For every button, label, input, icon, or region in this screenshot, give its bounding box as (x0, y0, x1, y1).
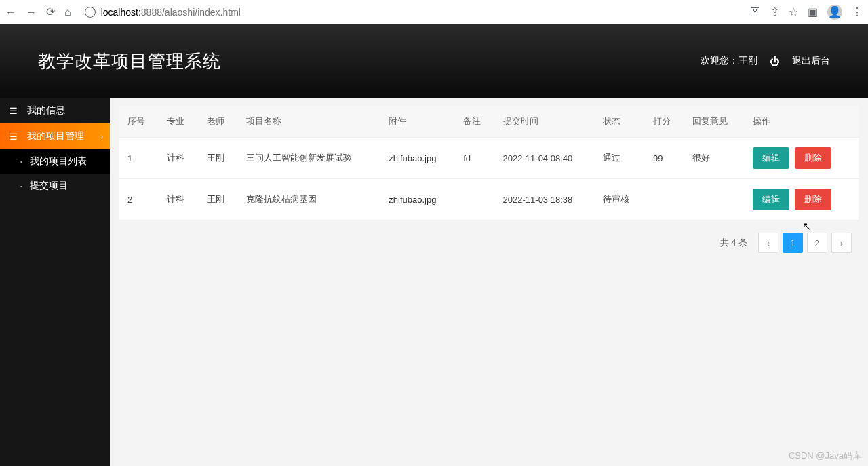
edit-button[interactable]: 编辑 (753, 189, 789, 210)
hamburger-icon (9, 105, 19, 116)
data-table: 序号 专业 老师 项目名称 附件 备注 提交时间 状态 打分 回复意见 操作 (119, 106, 859, 220)
cell-remark (455, 179, 494, 220)
delete-button[interactable]: 删除 (795, 189, 831, 210)
edit-button[interactable]: 编辑 (753, 147, 789, 169)
nav-icons: ← → ⟳ ⌂ (5, 5, 71, 18)
cell-major: 计科 (159, 138, 198, 179)
th-remark: 备注 (455, 106, 494, 138)
star-icon[interactable]: ☆ (789, 5, 798, 18)
browser-right-icons: ⚿ ⇪ ☆ ▣ 👤 ⋮ (750, 5, 863, 20)
app-header: 教学改革项目管理系统 欢迎您：王刚 ⏻ 退出后台 (0, 24, 868, 98)
sidebar-item-myprojects[interactable]: 我的项目管理 › (0, 123, 110, 149)
table-row: 2 计科 王刚 克隆抗纹枯病基因 zhifubao.jpg 2022-11-03… (119, 179, 859, 220)
delete-button[interactable]: 删除 (795, 147, 831, 169)
th-teacher: 老师 (199, 106, 238, 138)
pagination: 共 4 条 ‹ 1 2 › (119, 220, 859, 265)
th-file: 附件 (380, 106, 455, 138)
th-score: 打分 (645, 106, 684, 138)
cell-score: 99 (645, 138, 684, 179)
page-next[interactable]: › (831, 233, 852, 253)
cell-score (645, 179, 684, 220)
key-icon[interactable]: ⚿ (750, 6, 761, 18)
page-total: 共 4 条 (720, 237, 747, 249)
cell-status: 通过 (595, 138, 645, 179)
page-number-2[interactable]: 2 (807, 233, 827, 253)
url-bar[interactable]: i localhost:8888/alaoshi/index.html (78, 4, 743, 20)
cell-time: 2022-11-03 18:38 (495, 179, 595, 220)
cell-status: 待审核 (595, 179, 645, 220)
th-project: 项目名称 (238, 106, 380, 138)
browser-toolbar: ← → ⟳ ⌂ i localhost:8888/alaoshi/index.h… (0, 0, 868, 24)
submenu-label: 我的项目列表 (30, 155, 87, 168)
page-prev[interactable]: ‹ (758, 233, 778, 253)
sidebar-sub-submitproject[interactable]: 提交项目 (0, 174, 110, 198)
chevron-right-icon: › (100, 132, 103, 140)
cell-seq: 2 (119, 179, 159, 220)
table-row: 1 计科 王刚 三问人工智能创新发展试验 zhifubao.jpg fd 202… (119, 138, 859, 179)
cell-file[interactable]: zhifubao.jpg (380, 179, 455, 220)
cell-reply (684, 179, 745, 220)
sidebar: 我的信息 我的项目管理 › 我的项目列表 提交项目 (0, 98, 110, 466)
sidebar-item-myinfo[interactable]: 我的信息 (0, 98, 110, 123)
page-number-1[interactable]: 1 (783, 233, 803, 253)
url-text: localhost:8888/alaoshi/index.html (101, 7, 241, 18)
reload-icon[interactable]: ⟳ (46, 5, 55, 18)
table-header-row: 序号 专业 老师 项目名称 附件 备注 提交时间 状态 打分 回复意见 操作 (119, 106, 859, 138)
th-reply: 回复意见 (684, 106, 745, 138)
share-icon[interactable]: ⇪ (770, 5, 779, 18)
cell-project: 克隆抗纹枯病基因 (238, 179, 380, 220)
th-major: 专业 (159, 106, 198, 138)
cell-seq: 1 (119, 138, 159, 179)
back-icon[interactable]: ← (5, 6, 16, 18)
watermark: CSDN @Java码库 (789, 450, 861, 462)
info-icon[interactable]: i (85, 7, 96, 18)
cell-project: 三问人工智能创新发展试验 (238, 138, 380, 179)
app-body: 我的信息 我的项目管理 › 我的项目列表 提交项目 序号 专业 老师 项目名称 (0, 98, 868, 466)
hamburger-icon (9, 131, 19, 142)
logout-link[interactable]: 退出后台 (792, 55, 830, 67)
cell-remark: fd (455, 138, 494, 179)
menu-icon[interactable]: ⋮ (852, 5, 863, 18)
sidebar-item-label: 我的信息 (27, 104, 65, 117)
app-title: 教学改革项目管理系统 (38, 50, 221, 73)
cell-reply: 很好 (684, 138, 745, 179)
sidebar-item-label: 我的项目管理 (27, 130, 84, 142)
cell-file[interactable]: zhifubao.jpg (380, 138, 455, 179)
welcome-text: 欢迎您：王刚 (701, 55, 757, 67)
panel-icon[interactable]: ▣ (808, 5, 818, 18)
cell-time: 2022-11-04 08:40 (495, 138, 595, 179)
cell-major: 计科 (159, 179, 198, 220)
cell-teacher: 王刚 (199, 138, 238, 179)
th-status: 状态 (595, 106, 645, 138)
profile-icon[interactable]: 👤 (827, 5, 842, 20)
main-content: 序号 专业 老师 项目名称 附件 备注 提交时间 状态 打分 回复意见 操作 (110, 98, 868, 466)
cell-actions: 编辑 删除 (745, 138, 859, 179)
header-right: 欢迎您：王刚 ⏻ 退出后台 (701, 55, 830, 67)
home-icon[interactable]: ⌂ (64, 6, 71, 18)
th-seq: 序号 (119, 106, 159, 138)
forward-icon[interactable]: → (26, 6, 37, 18)
submenu-label: 提交项目 (30, 180, 68, 192)
sidebar-sub-projectlist[interactable]: 我的项目列表 (0, 149, 110, 174)
th-time: 提交时间 (495, 106, 595, 138)
cell-actions: 编辑 删除 (745, 179, 859, 220)
cell-teacher: 王刚 (199, 179, 238, 220)
power-icon[interactable]: ⏻ (770, 56, 780, 67)
th-actions: 操作 (745, 106, 859, 138)
